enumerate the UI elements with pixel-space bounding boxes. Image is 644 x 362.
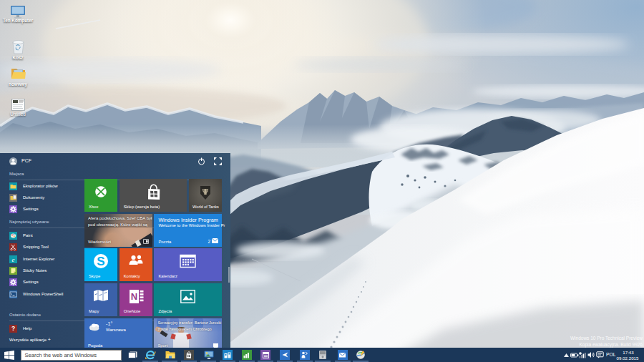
svg-text:N: N xyxy=(130,291,137,302)
svg-text:?: ? xyxy=(11,325,15,332)
svg-text:e: e xyxy=(12,255,15,263)
svg-text:S: S xyxy=(97,255,104,268)
